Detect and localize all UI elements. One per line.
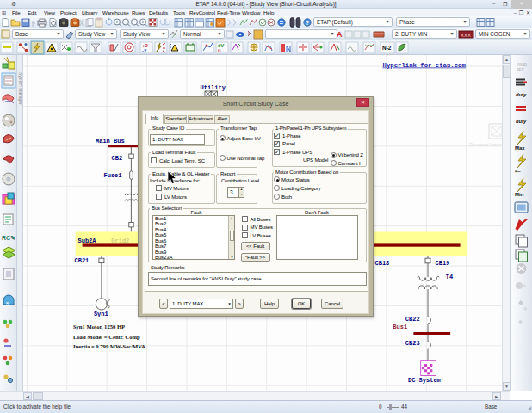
svg-text:Hyperlink for etap.com: Hyperlink for etap.com [383, 62, 467, 69]
svg-text:Fuse1: Fuse1 [104, 172, 122, 179]
svg-text:CB19: CB19 [436, 260, 450, 267]
svg-text:Load Model = Centr. Comp: Load Model = Centr. Comp [73, 334, 140, 340]
svg-text:T4: T4 [446, 274, 453, 280]
svg-text:Demand Interrupt: Demand Interrupt [469, 142, 510, 147]
svg-text:Inertia = 0.799 MW-Sec/MVA: Inertia = 0.799 MW-Sec/MVA [73, 343, 145, 349]
svg-text:Main Bus: Main Bus [96, 138, 125, 145]
svg-text:Sub2A: Sub2A [78, 237, 97, 244]
svg-text:CB21: CB21 [75, 257, 90, 264]
svg-text:Syn1 Motor, 1250 HP: Syn1 Motor, 1250 HP [73, 324, 125, 330]
svg-text:Syn1: Syn1 [94, 311, 108, 317]
svg-text:CB18: CB18 [375, 260, 390, 267]
svg-text:CB22: CB22 [405, 316, 420, 323]
svg-text:Bus1: Bus1 [393, 324, 407, 330]
svg-text:CB23: CB23 [405, 340, 420, 347]
svg-text:CB2: CB2 [112, 155, 123, 162]
svg-text:DC System: DC System [408, 377, 441, 384]
svg-text:Utility: Utility [201, 84, 226, 91]
svg-text:Grid2: Grid2 [111, 237, 129, 244]
